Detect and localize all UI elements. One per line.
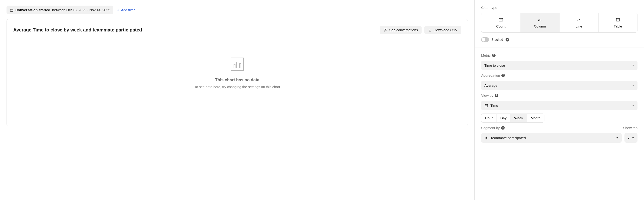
add-filter-label: Add filter [121, 8, 135, 12]
empty-state-subtitle: To see data here, try changing the setti… [194, 85, 280, 89]
count-icon [498, 17, 504, 22]
chart-type-table[interactable]: Table [598, 13, 638, 32]
show-top-label: Show top [623, 126, 638, 130]
chart-type-selector: Count Column Line [481, 13, 638, 33]
see-conversations-label: See conversations [389, 28, 418, 32]
show-top-dropdown[interactable]: 7 ▼ [624, 133, 638, 143]
chevron-down-icon: ▼ [616, 137, 618, 139]
viewby-dropdown[interactable]: Time ▼ [481, 101, 638, 110]
chevron-down-icon: ▼ [632, 137, 634, 139]
stacked-toggle[interactable] [481, 37, 489, 42]
time-granularity-selector: Hour Day Week Month [481, 114, 544, 123]
svg-rect-0 [10, 9, 13, 12]
calendar-icon [484, 104, 488, 108]
show-top-value: 7 [628, 136, 630, 140]
date-filter-range: between Oct 18, 2022 - Nov 14, 2022 [52, 8, 110, 12]
chart-type-column[interactable]: Column [520, 13, 560, 32]
chevron-down-icon: ▼ [632, 104, 634, 107]
help-icon[interactable]: ? [506, 38, 509, 42]
aggregation-dropdown[interactable]: Average ▼ [481, 81, 638, 90]
chart-card: Average Time to close by week and teamma… [6, 19, 468, 126]
chart-type-line[interactable]: Line [559, 13, 598, 32]
help-icon[interactable]: ? [492, 54, 496, 57]
chevron-down-icon: ▼ [632, 84, 634, 87]
segmentby-value: Teammate participated [490, 136, 526, 140]
svg-rect-2 [538, 20, 539, 21]
date-range-filter-pill[interactable]: Conversation started between Oct 18, 202… [6, 6, 113, 14]
download-csv-label: Download CSV [434, 28, 458, 32]
date-filter-field: Conversation started [15, 8, 50, 12]
plus-icon: + [117, 8, 119, 12]
divider [474, 48, 644, 48]
chart-type-count-label: Count [496, 24, 506, 28]
help-icon[interactable]: ? [501, 126, 505, 130]
svg-rect-4 [541, 20, 542, 21]
table-icon [616, 17, 620, 22]
chart-type-line-label: Line [576, 24, 582, 28]
line-icon [576, 17, 582, 22]
help-icon[interactable]: ? [495, 94, 498, 97]
column-icon [538, 17, 542, 22]
chart-empty-state: This chart has no data To see data here,… [13, 48, 461, 117]
time-unit-day[interactable]: Day [496, 114, 510, 122]
download-icon [428, 28, 432, 32]
bar-chart-icon [231, 58, 244, 71]
person-icon [484, 136, 488, 140]
svg-point-7 [486, 137, 487, 138]
time-unit-month[interactable]: Month [527, 114, 544, 122]
viewby-label: View by [481, 93, 493, 97]
segmentby-label: Segment by [481, 126, 500, 130]
segmentby-dropdown[interactable]: Teammate participated ▼ [481, 133, 622, 143]
aggregation-label: Aggregation [481, 73, 500, 77]
download-csv-button[interactable]: Download CSV [424, 26, 461, 34]
chart-type-table-label: Table [614, 24, 622, 28]
viewby-value: Time [490, 104, 498, 108]
empty-state-title: This chart has no data [215, 78, 260, 82]
filter-bar: Conversation started between Oct 18, 202… [6, 6, 468, 14]
metric-value: Time to close [484, 63, 505, 67]
svg-rect-6 [485, 105, 488, 107]
svg-rect-3 [540, 19, 540, 21]
chart-type-column-label: Column [534, 24, 546, 28]
time-unit-week[interactable]: Week [510, 114, 527, 122]
chart-type-label: Chart type [481, 6, 638, 10]
metric-label: Metric [481, 53, 491, 57]
stacked-label: Stacked [492, 38, 503, 42]
add-filter-button[interactable]: + Add filter [117, 8, 135, 12]
help-icon[interactable]: ? [502, 74, 505, 77]
calendar-icon [10, 8, 14, 12]
see-conversations-button[interactable]: See conversations [380, 26, 422, 34]
chevron-down-icon: ▼ [632, 64, 634, 67]
chart-type-count[interactable]: Count [481, 13, 520, 32]
metric-dropdown[interactable]: Time to close ▼ [481, 61, 638, 70]
time-unit-hour[interactable]: Hour [481, 114, 496, 122]
chat-icon [384, 28, 388, 32]
aggregation-value: Average [484, 83, 498, 87]
chart-title: Average Time to close by week and teamma… [13, 27, 142, 33]
